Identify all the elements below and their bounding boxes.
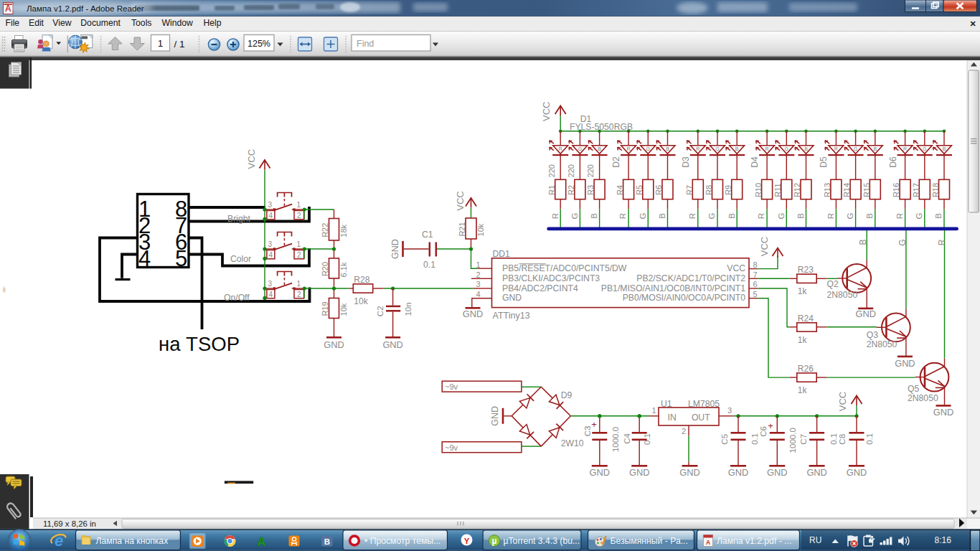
svg-text:8: 8 [753, 260, 757, 269]
svg-text:+: + [591, 419, 597, 430]
svg-text:2W10: 2W10 [561, 438, 584, 448]
svg-text:ATTiny13: ATTiny13 [493, 311, 530, 321]
svg-text:RU: RU [809, 535, 821, 545]
svg-text:DD1: DD1 [493, 249, 511, 259]
svg-text:G: G [846, 212, 854, 219]
svg-text:2: 2 [297, 212, 301, 220]
svg-text:R24: R24 [798, 314, 814, 324]
svg-text:Лампа на кнопках: Лампа на кнопках [96, 536, 169, 546]
svg-text:0.1: 0.1 [829, 433, 838, 445]
svg-text:10k: 10k [339, 303, 348, 316]
svg-text:4: 4 [138, 246, 151, 271]
svg-text:1k: 1k [798, 286, 808, 296]
svg-text:R16: R16 [892, 183, 900, 197]
svg-text:Tools: Tools [131, 18, 151, 28]
svg-text:R: R [765, 146, 769, 151]
svg-text:GND: GND [728, 467, 748, 478]
svg-text:6.1k: 6.1k [339, 262, 348, 277]
svg-text:G: G [923, 146, 926, 151]
svg-text:1000.0: 1000.0 [788, 428, 797, 453]
svg-text:11,69 x 8,26 in: 11,69 x 8,26 in [43, 519, 96, 528]
svg-text:µTorrent 3.4.3 (bu...: µTorrent 3.4.3 (bu... [504, 536, 580, 546]
svg-text:D3: D3 [681, 156, 691, 168]
svg-text:4: 4 [269, 251, 273, 259]
svg-text:G: G [715, 146, 719, 151]
svg-text:R: R [757, 213, 765, 219]
svg-text:R: R [826, 213, 835, 219]
svg-text:Y: Y [464, 537, 470, 545]
svg-text:R9: R9 [724, 185, 732, 195]
svg-text:B: B [865, 213, 874, 219]
svg-text:VCC: VCC [246, 149, 257, 169]
svg-text:0.1: 0.1 [423, 260, 435, 270]
svg-text:R12: R12 [793, 183, 801, 197]
svg-text:G: G [578, 146, 582, 151]
svg-text:C6: C6 [759, 426, 768, 437]
svg-text:Q5: Q5 [908, 384, 919, 394]
svg-text:C4: C4 [623, 433, 631, 444]
svg-text:Help: Help [203, 18, 221, 28]
svg-text:10n: 10n [404, 302, 413, 316]
svg-text:0.1: 0.1 [750, 433, 759, 445]
svg-text:4: 4 [269, 212, 273, 220]
svg-text:GND: GND [806, 467, 826, 478]
svg-text:GND: GND [679, 467, 699, 478]
svg-text:R: R [618, 213, 627, 219]
svg-text:OUT: OUT [692, 413, 710, 423]
svg-text:R3: R3 [586, 185, 595, 195]
svg-text:R28: R28 [354, 275, 369, 285]
svg-text:On/Off: On/Off [224, 293, 250, 303]
svg-text:18k: 18k [339, 224, 348, 237]
svg-text:1: 1 [297, 280, 301, 288]
svg-text:G: G [915, 212, 923, 219]
svg-text:PB4/ADC2/PCINT4: PB4/ADC2/PCINT4 [502, 283, 578, 293]
svg-text:R18: R18 [931, 183, 940, 197]
svg-text:B: B [666, 146, 669, 151]
svg-text:C2: C2 [376, 306, 385, 316]
svg-text:R4: R4 [616, 185, 624, 195]
svg-text:B: B [727, 213, 736, 219]
svg-text:B: B [858, 239, 868, 245]
svg-text:R5: R5 [635, 185, 644, 195]
svg-text:GND: GND [895, 358, 915, 369]
svg-text:1k: 1k [798, 335, 808, 345]
svg-text:4: 4 [269, 291, 273, 298]
svg-text:R26: R26 [798, 364, 814, 374]
svg-text:GND: GND [490, 406, 500, 426]
svg-text:6: 6 [753, 280, 757, 288]
svg-text:0.1: 0.1 [865, 433, 874, 445]
svg-text:IN: IN [668, 413, 677, 423]
svg-text:0.1: 0.1 [643, 433, 651, 445]
svg-text:B: B [796, 213, 805, 219]
svg-text:R: R [551, 213, 560, 219]
svg-text:G: G [639, 212, 647, 219]
svg-text:~9v: ~9v [445, 443, 458, 452]
svg-text:3: 3 [727, 406, 732, 415]
svg-text:• Просмотр темы...: • Просмотр темы... [364, 536, 440, 546]
svg-text:VCC: VCC [455, 191, 466, 210]
svg-text:Безымянный - Ра...: Безымянный - Ра... [611, 536, 688, 546]
svg-text:VCC: VCC [837, 392, 848, 411]
svg-text:1k: 1k [798, 385, 808, 395]
svg-text:3: 3 [268, 280, 273, 288]
svg-text:3: 3 [268, 201, 273, 209]
svg-text:R: R [688, 213, 697, 219]
svg-text:G: G [897, 239, 908, 245]
svg-text:1000.0: 1000.0 [611, 427, 620, 452]
svg-text:GND: GND [855, 309, 875, 319]
svg-text:R20: R20 [321, 262, 329, 276]
svg-text:VCC: VCC [541, 102, 552, 121]
svg-text:B: B [873, 146, 877, 151]
svg-text:1: 1 [652, 406, 656, 415]
svg-text:R15: R15 [862, 183, 871, 197]
svg-text:G: G [707, 212, 716, 219]
svg-text:Q3: Q3 [867, 330, 878, 340]
svg-text:2: 2 [682, 427, 686, 435]
svg-text:VCC: VCC [759, 237, 770, 256]
svg-text:Color: Color [230, 254, 251, 264]
svg-text:µ: µ [492, 536, 497, 546]
svg-text:4: 4 [476, 290, 480, 298]
svg-text:GND: GND [390, 239, 400, 259]
svg-text:R7: R7 [685, 185, 694, 195]
svg-text:G: G [777, 212, 786, 219]
